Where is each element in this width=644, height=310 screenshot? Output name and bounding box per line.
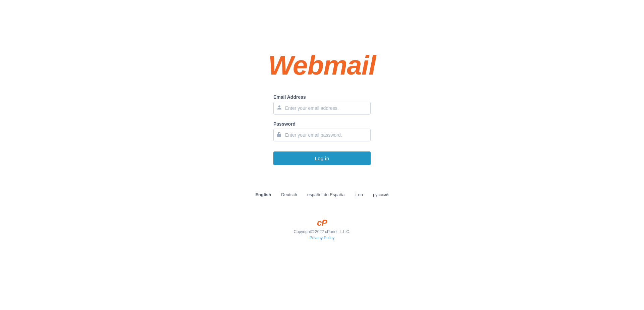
webmail-logo: Webmail xyxy=(268,50,376,81)
login-form: Email Address Password xyxy=(273,94,371,165)
email-input[interactable] xyxy=(273,102,371,115)
footer: cP Copyright© 2022 cPanel, L.L.C. Privac… xyxy=(294,217,351,240)
cpanel-logo: cP xyxy=(317,217,327,228)
language-selector: English Deutsch español de España i_en р… xyxy=(255,192,388,197)
login-button[interactable]: Log in xyxy=(273,151,371,165)
language-deutsch[interactable]: Deutsch xyxy=(281,192,297,197)
email-input-wrapper xyxy=(273,102,371,115)
email-label: Email Address xyxy=(273,94,371,100)
language-espanol[interactable]: español de España xyxy=(307,192,344,197)
language-i-en[interactable]: i_en xyxy=(355,192,363,197)
password-input[interactable] xyxy=(273,129,371,141)
password-label: Password xyxy=(273,121,371,127)
password-input-wrapper xyxy=(273,129,371,141)
password-field-group: Password xyxy=(273,121,371,141)
language-russian[interactable]: русский xyxy=(373,192,389,197)
logo-container: Webmail xyxy=(268,50,376,81)
main-container: Webmail Email Address Password xyxy=(0,0,644,310)
language-english[interactable]: English xyxy=(255,192,271,197)
copyright-text: Copyright© 2022 cPanel, L.L.C. xyxy=(294,229,351,234)
email-field-group: Email Address xyxy=(273,94,371,115)
privacy-policy-link[interactable]: Privacy Policy xyxy=(310,235,335,240)
